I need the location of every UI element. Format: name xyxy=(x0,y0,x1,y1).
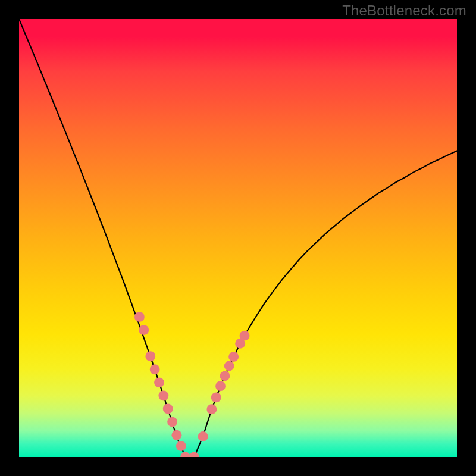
marker-dot xyxy=(198,431,208,441)
watermark-text: TheBottleneck.com xyxy=(342,2,466,19)
marker-dot xyxy=(211,392,221,402)
marker-dot xyxy=(220,371,230,381)
chart-frame: TheBottleneck.com xyxy=(0,0,476,476)
marker-dot xyxy=(171,430,181,440)
marker-dot xyxy=(228,352,239,362)
marker-dot xyxy=(189,452,199,457)
marker-dot xyxy=(145,351,155,361)
marker-dot xyxy=(134,312,145,322)
marker-dot xyxy=(224,361,234,371)
marker-dot xyxy=(176,441,186,451)
marker-dot xyxy=(215,381,226,391)
plot-area xyxy=(19,19,457,457)
marker-dot xyxy=(154,377,164,387)
bottleneck-curve-chart xyxy=(19,19,457,457)
marker-dot xyxy=(163,404,173,414)
marker-dot xyxy=(240,331,250,341)
bottleneck-curve xyxy=(19,19,457,457)
marker-dot xyxy=(139,325,149,335)
marker-dot xyxy=(158,390,168,400)
marker-dot xyxy=(180,452,190,457)
marker-dot xyxy=(206,404,217,414)
marker-dot xyxy=(167,417,177,427)
marker-dots-group xyxy=(134,312,250,457)
marker-dot xyxy=(150,364,160,374)
